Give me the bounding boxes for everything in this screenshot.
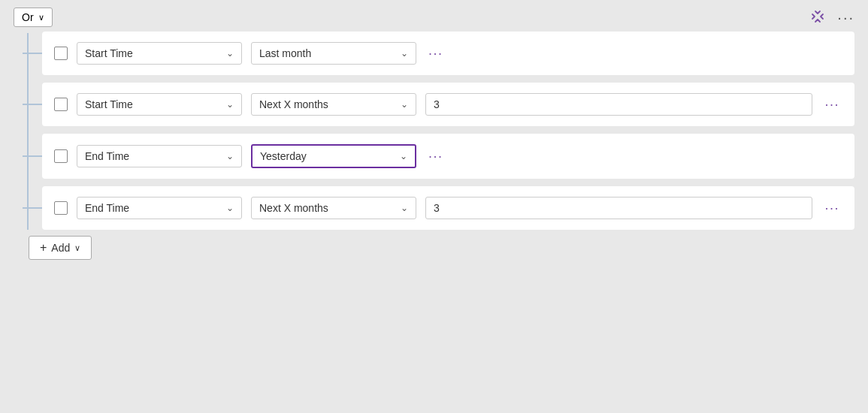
condition-select-1-text: Last month: [259, 47, 395, 59]
filter-row-1: Start Time ⌄ Last month ⌄ ···: [42, 32, 854, 75]
or-label: Or: [22, 11, 34, 23]
row-checkbox-4[interactable]: [54, 201, 68, 215]
condition-select-4-text: Next X months: [259, 202, 395, 214]
field-chevron-4-icon: ⌄: [226, 203, 234, 213]
add-chevron-icon: ∨: [74, 243, 80, 253]
row-connector-4: [23, 207, 42, 209]
or-chevron-icon: ∨: [38, 13, 44, 23]
row-3-more-button[interactable]: ···: [425, 148, 446, 164]
field-select-1[interactable]: Start Time ⌄: [77, 42, 242, 65]
condition-select-2-text: Next X months: [259, 98, 395, 110]
field-select-1-text: Start Time: [85, 47, 220, 59]
add-button[interactable]: + Add ∨: [29, 236, 92, 260]
row-1-more-button[interactable]: ···: [425, 45, 446, 62]
field-chevron-1-icon: ⌄: [226, 48, 234, 59]
row-checkbox-1[interactable]: [54, 47, 68, 60]
field-select-3[interactable]: End Time ⌄: [77, 145, 242, 167]
left-connector: [14, 32, 42, 230]
condition-chevron-3-icon: ⌄: [400, 151, 407, 161]
row-2-more-button[interactable]: ···: [821, 96, 842, 113]
add-plus-icon: +: [40, 241, 47, 255]
condition-chevron-2-icon: ⌄: [401, 99, 408, 110]
or-button[interactable]: Or ∨: [14, 8, 53, 27]
field-select-4[interactable]: End Time ⌄: [77, 197, 242, 219]
top-more-icon: ···: [837, 9, 854, 26]
top-more-button[interactable]: ···: [837, 10, 854, 25]
row-connector-3: [23, 155, 42, 157]
collapse-button[interactable]: [810, 9, 825, 26]
field-chevron-2-icon: ⌄: [226, 99, 234, 110]
field-select-2[interactable]: Start Time ⌄: [77, 93, 242, 116]
field-select-2-text: Start Time: [85, 98, 220, 110]
filter-row-2: Start Time ⌄ Next X months ⌄ ···: [42, 83, 854, 126]
row-4-more-button[interactable]: ···: [821, 200, 842, 216]
connector-line: [27, 33, 29, 230]
row-connector-2: [23, 104, 42, 105]
field-select-4-text: End Time: [85, 202, 220, 214]
rows-container: Start Time ⌄ Last month ⌄ ··· Start Time…: [42, 32, 854, 230]
condition-select-2[interactable]: Next X months ⌄: [251, 93, 416, 116]
condition-chevron-1-icon: ⌄: [401, 48, 408, 59]
add-label: Add: [51, 242, 70, 254]
row-connector-1: [23, 53, 42, 54]
filter-row-4: End Time ⌄ Next X months ⌄ ···: [42, 186, 854, 230]
condition-select-3-text: Yesterday: [260, 150, 394, 162]
row-checkbox-2[interactable]: [54, 98, 68, 111]
condition-chevron-4-icon: ⌄: [401, 203, 408, 213]
filter-row-3: End Time ⌄ Yesterday ⌄ ···: [42, 134, 854, 179]
condition-select-3[interactable]: Yesterday ⌄: [251, 144, 416, 168]
row-checkbox-3[interactable]: [54, 149, 68, 163]
condition-select-4[interactable]: Next X months ⌄: [251, 197, 416, 219]
value-input-4[interactable]: [425, 197, 812, 219]
field-chevron-3-icon: ⌄: [226, 151, 234, 161]
field-select-3-text: End Time: [85, 150, 220, 162]
condition-select-1[interactable]: Last month ⌄: [251, 42, 416, 65]
value-input-2[interactable]: [425, 93, 812, 116]
